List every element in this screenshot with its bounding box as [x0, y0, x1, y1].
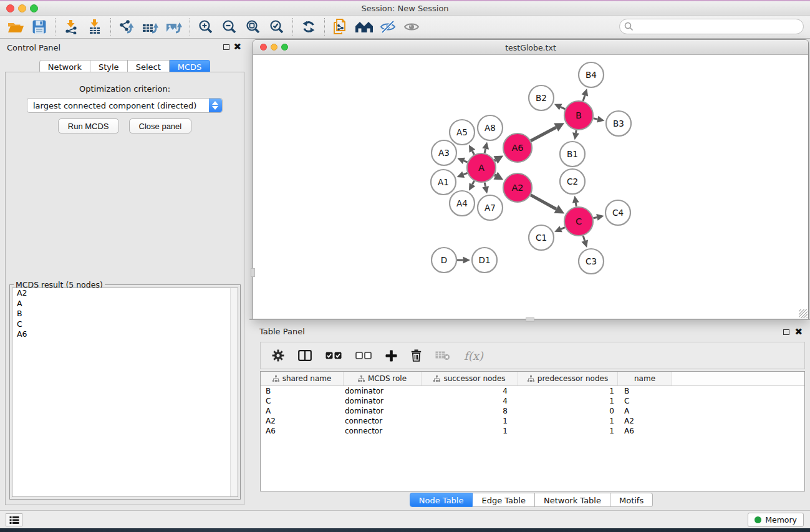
select-all-button[interactable] [325, 352, 342, 359]
export-table-button[interactable] [138, 17, 162, 37]
graph-node-A7[interactable]: A7 [478, 195, 503, 220]
window-resize-grip-icon[interactable] [799, 309, 808, 318]
result-list-scrollbar[interactable] [230, 288, 238, 496]
horizontal-divider-grip[interactable] [526, 317, 534, 322]
graph-node-B2[interactable]: B2 [529, 85, 554, 110]
graph-edge-C-C3[interactable] [583, 236, 585, 241]
table-row[interactable]: Adominator80A [261, 406, 804, 416]
column-header-successor-nodes[interactable]: successor nodes [422, 372, 518, 385]
graph-node-B1[interactable]: B1 [560, 142, 585, 167]
column-header-shared-name[interactable]: shared name [261, 372, 344, 385]
zoom-fit-button[interactable] [241, 17, 265, 37]
import-table-button[interactable] [83, 17, 107, 37]
graph-edge-A-A4[interactable] [472, 181, 474, 185]
export-network-button[interactable] [115, 17, 138, 37]
import-network-button[interactable] [59, 17, 83, 37]
tab-node-table[interactable]: Node Table [410, 493, 473, 507]
memory-button[interactable]: Memory [748, 513, 804, 527]
column-view-button[interactable] [298, 350, 312, 361]
graph-node-A[interactable]: A [467, 153, 496, 182]
graph-node-A6[interactable]: A6 [503, 133, 532, 162]
graph-node-A8[interactable]: A8 [478, 115, 503, 140]
graph-node-C1[interactable]: C1 [529, 225, 554, 250]
table-settings-button[interactable] [272, 349, 284, 362]
graph-node-B[interactable]: B [564, 101, 593, 130]
eye-button[interactable] [400, 17, 423, 37]
column-header-predecessor-nodes[interactable]: predecessor nodes [518, 372, 618, 385]
column-header-name[interactable]: name [618, 372, 672, 385]
graph-node-A4[interactable]: A4 [450, 191, 475, 216]
graph-edge-A-A2[interactable] [494, 175, 496, 176]
graph-node-C3[interactable]: C3 [579, 249, 604, 274]
graph-node-C2[interactable]: C2 [560, 169, 585, 194]
open-session-button[interactable] [4, 17, 27, 37]
export-image-button[interactable] [162, 17, 186, 37]
zoom-out-button[interactable] [218, 17, 241, 37]
graph-edge-A6-B[interactable] [531, 127, 556, 141]
search-input[interactable] [619, 19, 804, 34]
run-mcds-button[interactable]: Run MCDS [58, 118, 119, 133]
table-row[interactable]: A6connector11A6 [261, 426, 804, 436]
tab-edge-table[interactable]: Edge Table [473, 493, 534, 507]
graph-node-B3[interactable]: B3 [606, 111, 631, 136]
graph-node-D1[interactable]: D1 [472, 248, 497, 273]
graph-edge-A-A6[interactable] [494, 160, 496, 160]
deselect-all-button[interactable] [355, 352, 372, 359]
graph-node-C[interactable]: C [564, 207, 593, 236]
network-from-selection-button[interactable] [329, 17, 352, 37]
graph-edge-A-A1[interactable] [463, 173, 467, 174]
delete-table-button[interactable] [435, 351, 450, 360]
graph-edge-B-B1[interactable] [576, 130, 576, 133]
close-panel-icon[interactable]: ✖ [233, 41, 241, 52]
result-item[interactable]: C [12, 319, 238, 330]
mcds-result-list[interactable]: A2ABCA6 [12, 288, 238, 497]
graph-edge-A-A7[interactable] [485, 182, 486, 186]
close-table-panel-icon[interactable]: ✖ [794, 326, 803, 337]
graph-edge-A-A8[interactable] [485, 149, 486, 153]
graph-node-A5[interactable]: A5 [450, 120, 475, 145]
close-panel-button[interactable]: Close panel [129, 118, 192, 133]
table-row[interactable]: A2connector11A2 [261, 416, 804, 426]
graph-node-A2[interactable]: A2 [503, 173, 532, 202]
network-canvas[interactable]: B4B2BB3A8A5A6A3B1AC2A1A2A4A7C4CC1C3DD1 [253, 55, 808, 319]
refresh-button[interactable] [297, 17, 321, 37]
function-builder-button[interactable]: f(x) [464, 349, 483, 362]
vertical-divider-grip[interactable] [251, 268, 255, 277]
optimization-criterion-dropdown[interactable]: largest connected component (directed) [27, 98, 223, 113]
result-item[interactable]: A [12, 299, 238, 309]
graph-edge-C-C2[interactable] [576, 203, 576, 206]
graph-edge-A-A5[interactable] [472, 151, 474, 155]
table-row[interactable]: Bdominator41B [261, 386, 804, 396]
add-column-button[interactable] [385, 350, 397, 362]
result-item[interactable]: B [12, 309, 238, 319]
graph-edge-B-B2[interactable] [561, 107, 565, 109]
eye-slash-button[interactable] [376, 17, 400, 37]
table-row[interactable]: Cdominator41C [261, 396, 804, 406]
graph-edge-B-B4[interactable] [583, 95, 585, 101]
graph-edge-C-C1[interactable] [561, 228, 565, 230]
float-panel-icon[interactable] [223, 44, 229, 50]
zoom-selected-button[interactable] [265, 17, 289, 37]
zoom-in-button[interactable] [194, 17, 218, 37]
graph-node-A1[interactable]: A1 [431, 170, 456, 195]
tab-motifs[interactable]: Motifs [610, 493, 653, 507]
graph-edge-A-A3[interactable] [464, 161, 468, 162]
houses-button[interactable] [352, 17, 376, 37]
graph-edge-C-C4[interactable] [593, 217, 597, 218]
column-label: successor nodes [443, 374, 505, 383]
save-session-button[interactable] [27, 17, 51, 37]
graph-edge-B-B3[interactable] [594, 118, 598, 119]
delete-columns-button[interactable] [411, 349, 422, 362]
tab-network-table[interactable]: Network Table [535, 493, 610, 507]
graph-node-D[interactable]: D [432, 248, 456, 273]
float-table-panel-icon[interactable] [783, 329, 789, 335]
graph-node-A3[interactable]: A3 [432, 140, 456, 165]
result-item[interactable]: A6 [12, 329, 238, 340]
graph-node-B4[interactable]: B4 [579, 62, 604, 87]
result-item[interactable]: A2 [12, 288, 238, 299]
task-history-button[interactable] [6, 513, 22, 526]
column-header-MCDS-role[interactable]: MCDS role [344, 372, 422, 385]
graph-node-C4[interactable]: C4 [605, 200, 630, 225]
graph-edge-A2-C[interactable] [531, 195, 556, 210]
network-window-titlebar[interactable]: testGlobe.txt [253, 40, 808, 55]
